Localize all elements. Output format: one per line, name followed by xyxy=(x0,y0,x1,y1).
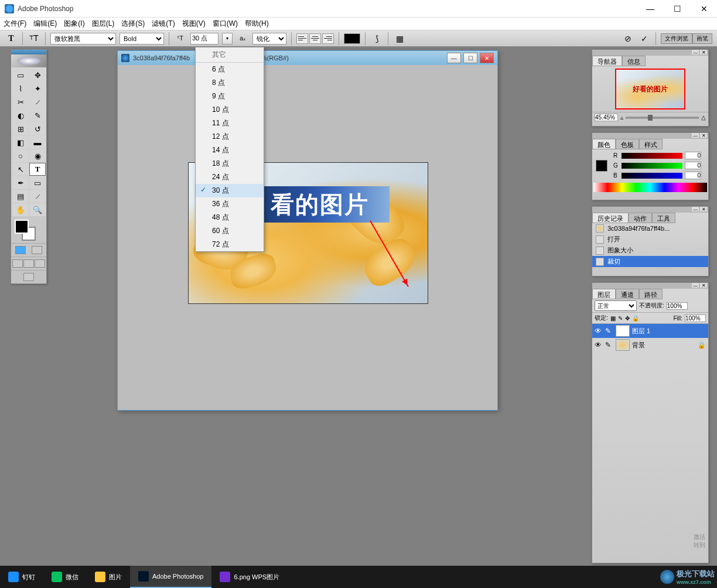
text-layer[interactable]: 看的图片 xyxy=(250,186,390,223)
lock-transparency-icon[interactable]: ▦ xyxy=(610,315,616,322)
lock-all-icon[interactable]: 🔒 xyxy=(632,315,639,322)
dodge-tool[interactable]: ◉ xyxy=(29,149,46,162)
jump-to-icon[interactable] xyxy=(23,273,34,281)
tab-file-browse[interactable]: 文件浏览 xyxy=(661,33,692,44)
zoom-tool[interactable]: 🔍 xyxy=(29,203,46,216)
menu-help[interactable]: 帮助(H) xyxy=(245,19,269,29)
lock-paint-icon[interactable]: ✎ xyxy=(618,315,623,322)
g-slider[interactable] xyxy=(622,163,682,169)
size-option[interactable]: 60 点 xyxy=(196,224,264,238)
menu-view[interactable]: 视图(V) xyxy=(182,19,206,29)
screen-mode-1-icon[interactable] xyxy=(12,259,23,268)
panel-close-icon[interactable]: ✕ xyxy=(700,133,707,138)
heal-tool[interactable]: ◐ xyxy=(12,109,29,122)
panel-minimize-icon[interactable]: — xyxy=(692,207,699,211)
panel-close-icon[interactable]: ✕ xyxy=(700,50,707,54)
tab-swatches[interactable]: 色板 xyxy=(616,139,639,149)
marquee-tool[interactable]: ▭ xyxy=(12,69,29,81)
zoom-in-icon[interactable]: △ xyxy=(701,114,706,121)
size-option[interactable]: 8 点 xyxy=(196,76,264,90)
foreground-color[interactable] xyxy=(15,220,29,234)
zoom-out-icon[interactable]: ▵ xyxy=(620,114,623,121)
size-option[interactable]: 48 点 xyxy=(196,211,264,224)
blend-mode-select[interactable]: 正常 xyxy=(595,300,637,311)
taskbar-item[interactable]: 图片 xyxy=(87,566,130,588)
fill-input[interactable] xyxy=(685,314,706,322)
eraser-tool[interactable]: ◧ xyxy=(12,136,29,149)
history-snapshot[interactable]: 3c038a94f76fa7ff4b... xyxy=(592,223,708,234)
opacity-input[interactable] xyxy=(667,302,688,310)
screen-mode-2-icon[interactable] xyxy=(23,259,34,268)
tab-channels[interactable]: 通道 xyxy=(616,289,639,299)
size-option[interactable]: 10 点 xyxy=(196,103,264,117)
menu-layer[interactable]: 图层(L) xyxy=(92,19,115,29)
size-option[interactable]: 24 点 xyxy=(196,170,264,184)
type-tool[interactable]: T xyxy=(29,163,46,176)
cancel-icon[interactable]: ⊘ xyxy=(622,32,634,45)
menu-filter[interactable]: 滤镜(T) xyxy=(152,19,175,29)
tab-layers[interactable]: 图层 xyxy=(592,289,616,299)
size-option[interactable]: 6 点 xyxy=(196,63,264,76)
antialias-select[interactable]: 锐化 xyxy=(252,33,286,45)
size-option[interactable]: 18 点 xyxy=(196,157,264,170)
tab-brush[interactable]: 画笔 xyxy=(692,33,712,44)
doc-maximize-button[interactable]: ☐ xyxy=(463,53,477,63)
notes-tool[interactable]: ▤ xyxy=(12,190,29,203)
size-option[interactable]: 30 点 xyxy=(196,184,264,197)
menu-edit[interactable]: 编辑(E) xyxy=(33,19,57,29)
palette-toggle-icon[interactable]: ▦ xyxy=(393,32,406,45)
hand-tool[interactable]: ✋ xyxy=(12,203,29,216)
wand-tool[interactable]: ✦ xyxy=(29,82,46,95)
visibility-icon[interactable]: 👁 xyxy=(595,327,603,335)
brush-tool[interactable]: ✎ xyxy=(29,109,46,122)
menu-window[interactable]: 窗口(W) xyxy=(213,19,238,29)
doc-minimize-button[interactable]: — xyxy=(447,53,461,63)
taskbar-item[interactable]: Adobe Photoshop xyxy=(130,566,211,588)
g-input[interactable] xyxy=(685,162,701,169)
align-center-button[interactable] xyxy=(309,33,321,44)
menu-image[interactable]: 图象(I) xyxy=(64,19,84,29)
commit-icon[interactable]: ✓ xyxy=(638,32,651,45)
maximize-button[interactable]: ☐ xyxy=(669,3,685,15)
quickmask-mode-icon[interactable] xyxy=(32,246,42,254)
r-input[interactable] xyxy=(685,152,701,159)
panel-close-icon[interactable]: ✕ xyxy=(700,283,707,288)
align-left-button[interactable] xyxy=(296,33,308,44)
taskbar-item[interactable]: 钉钉 xyxy=(0,566,43,588)
history-item[interactable]: 图象大小 xyxy=(592,245,708,256)
color-fg-swatch[interactable] xyxy=(596,160,607,172)
shape-tool[interactable]: ▭ xyxy=(29,176,46,189)
panel-minimize-icon[interactable]: — xyxy=(692,133,699,138)
screen-mode-3-icon[interactable] xyxy=(35,259,45,268)
dropdown-header[interactable]: 其它 xyxy=(196,47,264,63)
size-option[interactable]: 11 点 xyxy=(196,117,264,130)
eyedropper-tool[interactable]: ⟋ xyxy=(29,190,46,203)
move-tool[interactable]: ✥ xyxy=(29,69,46,81)
menu-file[interactable]: 文件(F) xyxy=(4,19,26,29)
tab-styles[interactable]: 样式 xyxy=(639,139,663,149)
lock-move-icon[interactable]: ✥ xyxy=(625,315,630,322)
stamp-tool[interactable]: ⊞ xyxy=(12,122,29,135)
text-color-swatch[interactable] xyxy=(344,33,360,44)
history-brush-tool[interactable]: ↺ xyxy=(29,122,46,135)
history-item[interactable]: 打开 xyxy=(592,234,708,245)
zoom-slider[interactable] xyxy=(626,117,699,119)
gradient-tool[interactable]: ▬ xyxy=(29,136,46,149)
tab-info[interactable]: 信息 xyxy=(622,56,646,66)
size-option[interactable]: 9 点 xyxy=(196,90,264,103)
tab-paths[interactable]: 路径 xyxy=(639,289,663,299)
pen-tool[interactable]: ✒ xyxy=(12,176,29,189)
tab-history[interactable]: 历史记录 xyxy=(592,213,629,223)
toolbox-grip[interactable] xyxy=(11,50,46,54)
font-size-dropdown-button[interactable]: ▾ xyxy=(222,33,233,45)
color-spectrum[interactable] xyxy=(593,183,707,192)
crop-tool[interactable]: ✂ xyxy=(12,95,29,108)
taskbar-item[interactable]: 微信 xyxy=(43,566,87,588)
panel-close-icon[interactable]: ✕ xyxy=(700,207,707,211)
font-weight-select[interactable]: Bold xyxy=(120,33,164,45)
visibility-icon[interactable]: 👁 xyxy=(595,341,603,349)
menu-select[interactable]: 选择(S) xyxy=(121,19,145,29)
size-option[interactable]: 14 点 xyxy=(196,143,264,157)
slice-tool[interactable]: ⟋ xyxy=(29,95,46,108)
minimize-button[interactable]: — xyxy=(642,3,658,15)
